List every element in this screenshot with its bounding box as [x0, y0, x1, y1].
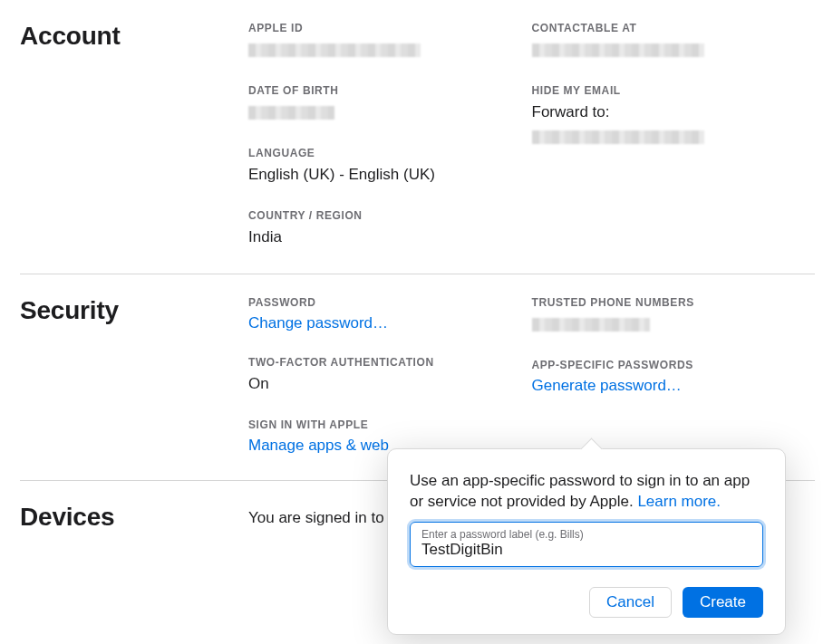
- security-fields: PASSWORD Change password… TWO-FACTOR AUT…: [248, 296, 815, 455]
- apple-id-field: APPLE ID: [248, 22, 514, 61]
- manage-apps-link[interactable]: Manage apps & web: [248, 437, 389, 454]
- language-value: English (UK) - English (UK): [248, 165, 514, 186]
- contactable-field: CONTACTABLE AT: [532, 22, 798, 61]
- dob-value-redacted: [248, 106, 334, 120]
- dob-label: DATE OF BIRTH: [248, 84, 514, 97]
- password-label-input[interactable]: [421, 541, 751, 559]
- password-label-input-hint: Enter a password label (e.g. Bills): [421, 528, 751, 541]
- two-factor-value: On: [248, 374, 514, 395]
- sign-in-with-apple-label: SIGN IN WITH APPLE: [248, 418, 514, 431]
- password-label: PASSWORD: [248, 296, 514, 309]
- security-title: Security: [20, 296, 248, 455]
- app-specific-passwords-field: APP-SPECIFIC PASSWORDS Generate password…: [532, 359, 798, 395]
- language-label: LANGUAGE: [248, 147, 514, 159]
- app-specific-passwords-label: APP-SPECIFIC PASSWORDS: [532, 359, 798, 371]
- country-label: COUNTRY / REGION: [248, 209, 514, 222]
- devices-signed-text: You are signed in to: [248, 503, 384, 532]
- account-section: Account APPLE ID DATE OF BIRTH LANGUAGE …: [0, 0, 833, 274]
- contactable-value-redacted: [532, 43, 704, 57]
- learn-more-link[interactable]: Learn more.: [637, 493, 721, 510]
- account-fields: APPLE ID DATE OF BIRTH LANGUAGE English …: [248, 22, 815, 248]
- country-value: India: [248, 227, 514, 248]
- cancel-button[interactable]: Cancel: [589, 587, 672, 618]
- generate-password-link[interactable]: Generate password…: [532, 377, 682, 394]
- trusted-phone-label: TRUSTED PHONE NUMBERS: [532, 296, 798, 309]
- trusted-phone-field: TRUSTED PHONE NUMBERS: [532, 296, 798, 335]
- contactable-label: CONTACTABLE AT: [532, 22, 798, 34]
- password-field: PASSWORD Change password…: [248, 296, 514, 332]
- two-factor-label: TWO-FACTOR AUTHENTICATION: [248, 356, 514, 369]
- change-password-link[interactable]: Change password…: [248, 314, 388, 332]
- country-field: COUNTRY / REGION India: [248, 209, 514, 248]
- dob-field: DATE OF BIRTH: [248, 84, 514, 123]
- two-factor-field: TWO-FACTOR AUTHENTICATION On: [248, 356, 514, 395]
- hide-my-email-field: HIDE MY EMAIL Forward to:: [532, 84, 798, 148]
- account-title: Account: [20, 22, 248, 248]
- password-label-input-wrap[interactable]: Enter a password label (e.g. Bills): [410, 522, 763, 567]
- popover-body-text: Use an app-specific password to sign in …: [410, 471, 763, 513]
- popover-button-row: Cancel Create: [410, 587, 763, 618]
- devices-title: Devices: [20, 503, 248, 532]
- hide-my-email-value-redacted: [532, 130, 704, 144]
- create-button[interactable]: Create: [683, 587, 763, 618]
- hide-my-email-label: HIDE MY EMAIL: [532, 84, 798, 97]
- apple-id-value-redacted: [248, 43, 421, 57]
- language-field: LANGUAGE English (UK) - English (UK): [248, 147, 514, 186]
- generate-password-popover: Use an app-specific password to sign in …: [387, 448, 786, 635]
- hide-my-email-forward-to: Forward to:: [532, 102, 798, 123]
- apple-id-label: APPLE ID: [248, 22, 514, 34]
- trusted-phone-value-redacted: [532, 318, 650, 332]
